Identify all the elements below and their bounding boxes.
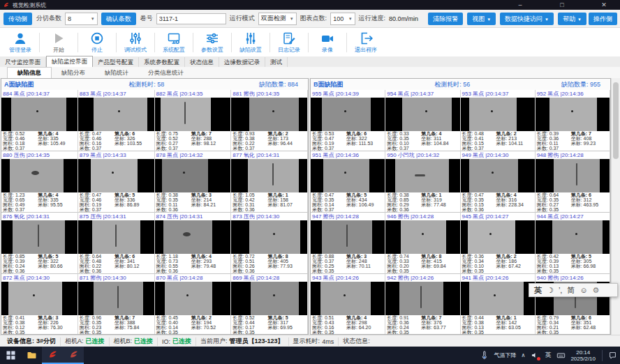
defect-cell[interactable]: 944 黑点 |20:14:27长度: 0.42宽度: 0.39面积: 0.13…	[536, 213, 610, 274]
file-explorer-button[interactable]	[21, 347, 42, 364]
volume-icon[interactable]	[530, 351, 540, 361]
defect-cell[interactable]: 948 擦伤 |20:14:28长度: 0.64宽度: 0.35面积: 0.27…	[536, 151, 610, 213]
defect-cell[interactable]: 941 黑点 |20:14:26长度: 0.44宽度: 0.38面积: 0.13…	[461, 274, 536, 334]
ime-simplified-toggle[interactable]: 简	[567, 285, 575, 296]
main-tab[interactable]: 尺寸监控界面	[0, 57, 46, 67]
sub-tab[interactable]: 分类信息统计	[138, 68, 193, 78]
ime-lang-toggle[interactable]: 英	[534, 285, 542, 296]
defect-cell[interactable]: 877 氧化 |20:14:31长度: 1.05宽度: 0.42面积: 0.31…	[231, 151, 308, 213]
defect-cell[interactable]: 950 小凹坑 |20:14:32长度: 0.38宽度: 0.85面积: 0.2…	[385, 151, 460, 213]
defect-cell[interactable]: 953 黑点 |20:14:37长度: 0.48宽度: 0.41面积: 0.15…	[461, 90, 536, 151]
operate-side-button[interactable]: 操作侧	[589, 13, 617, 25]
defect-cell[interactable]: 884 黑点 |20:14:37长度: 0.52宽度: 0.46面积: 0.18…	[1, 90, 78, 151]
toolbar-button-stop[interactable]: 停止	[80, 29, 115, 56]
defect-cell[interactable]: 876 氧化 |20:14:31长度: 0.85宽度: 0.39面积: 0.24…	[1, 213, 78, 274]
app-taskbar-button-1[interactable]	[42, 347, 63, 364]
device-info-label: 设备信息:	[7, 337, 34, 346]
clock[interactable]: 20:14 2025/2/10	[570, 349, 596, 362]
defect-metrics-left: 长度: 0.36宽度: 0.34面积: 0.10米数: 0.35	[462, 255, 496, 273]
chart-points-select[interactable]: 100 ▼	[330, 13, 355, 25]
defect-cell[interactable]: 874 压伤 |20:14:31长度: 1.18宽度: 0.73面积: 0.55…	[155, 213, 232, 274]
defect-cell[interactable]: 878 黑点 |20:14:32长度: 0.38宽度: 0.35面积: 0.11…	[155, 151, 232, 213]
defect-cell[interactable]: 883 黑点 |20:14:37长度: 0.47宽度: 0.46面积: 0.16…	[78, 90, 155, 151]
main-tab[interactable]: 缺陷监控界面	[46, 56, 93, 68]
scrollbar-thumb[interactable]	[613, 82, 619, 159]
ime-fullhalf-icon[interactable]: ☽	[547, 286, 554, 295]
run-mode-select[interactable]: 双面检测 ▼	[258, 13, 297, 25]
main-tab[interactable]: 边缘数据记录	[219, 57, 265, 67]
main-tab[interactable]: 系统参数配置	[139, 57, 185, 67]
main-tab[interactable]: 产品型号配置	[93, 57, 139, 67]
defect-cell[interactable]: 955 黑点 |20:14:39长度: 0.53宽度: 0.47面积: 0.19…	[311, 90, 385, 151]
defect-cell[interactable]: 943 黑点 |20:14:26长度: 0.51宽度: 0.43面积: 0.16…	[311, 274, 385, 334]
defect-cell[interactable]: 869 黑点 |20:14:28长度: 0.52宽度: 0.44面积: 0.17…	[231, 274, 308, 334]
split-count-select[interactable]: 8 ▼	[65, 13, 98, 25]
roll-number-input[interactable]	[156, 13, 226, 24]
metric-line: 米数: 0.35	[537, 331, 571, 334]
defect-cell[interactable]: 880 压伤 |20:14:35长度: 1.23宽度: 0.65面积: 0.49…	[1, 151, 78, 213]
main-tab[interactable]: 状态信息	[185, 57, 219, 67]
defect-cell[interactable]: 872 黑点 |20:14:30长度: 0.41宽度: 0.38面积: 0.12…	[1, 274, 78, 334]
close-button[interactable]: ✕	[595, 0, 613, 10]
metric-line: 米数: 0.36	[232, 269, 267, 274]
camera-b-label: 相机B:	[114, 337, 133, 346]
input-language-indicator[interactable]: 英	[545, 351, 551, 360]
defect-mark	[38, 225, 39, 248]
chevron-down-icon: ▼	[487, 17, 491, 22]
thermometer-icon[interactable]	[480, 351, 489, 361]
maximize-button[interactable]: □	[553, 0, 571, 10]
defect-cell[interactable]: 954 黑点 |20:14:37长度: 0.33宽度: 0.35面积: 0.10…	[385, 90, 460, 151]
defect-cell[interactable]: 949 黑点 |20:14:30长度: 0.47宽度: 0.35面积: 0.15…	[461, 151, 536, 213]
toolbar-button-play[interactable]: 开始	[41, 29, 76, 56]
toolbar-button-tune[interactable]: 调试模式	[118, 29, 153, 56]
toolbar-button-defectset[interactable]: 缺陷设置	[233, 29, 268, 56]
toolbar-button-params[interactable]: 参数设置	[195, 29, 230, 56]
ime-settings-gear-icon[interactable]: ⚙	[593, 286, 600, 295]
metric-line: 米数: 0.35	[3, 331, 38, 334]
defect-cell[interactable]: 873 压伤 |20:14:30长度: 0.72宽度: 0.51面积: 0.26…	[231, 213, 308, 274]
defect-cell[interactable]: 942 擦伤 |20:14:26长度: 0.91宽度: 0.36面积: 0.24…	[385, 274, 460, 334]
defect-cell-label: 876 氧化 |20:14:31	[1, 213, 78, 220]
metric-line: 米标: 69.95	[267, 326, 307, 331]
defect-cell-label: 883 黑点 |20:14:37	[78, 90, 154, 98]
defect-cell[interactable]: 952 黑点 |20:14:36长度: 0.39宽度: 0.36面积: 0.11…	[536, 90, 610, 151]
app-taskbar-button-2[interactable]	[63, 347, 84, 364]
main-tab[interactable]: 测试	[265, 57, 288, 67]
toolbar-button-monitor[interactable]: 系统配置	[156, 29, 191, 56]
defect-cell[interactable]: 945 黑点 |20:14:27长度: 0.36宽度: 0.34面积: 0.10…	[461, 213, 536, 274]
defect-mark	[420, 286, 422, 309]
defect-info: 长度: 0.45宽度: 0.40面积: 0.14米数: 0.35第几条: 2坐标…	[155, 315, 231, 334]
clear-alarm-button[interactable]: 清除报警	[428, 13, 463, 25]
touch-keyboard-icon[interactable]	[556, 351, 566, 361]
help-menu-button[interactable]: 帮助▼	[558, 13, 586, 25]
notification-center-icon[interactable]	[607, 351, 617, 361]
ime-punct-icon[interactable]: ’,	[559, 286, 563, 294]
toolbar-button-user[interactable]: 管理登录	[3, 29, 38, 56]
window-title: 视觉检测系统	[13, 1, 46, 9]
toolbar-button-exit[interactable]: 退出程序	[348, 29, 383, 56]
start-button[interactable]	[0, 347, 21, 364]
defect-cell[interactable]: 882 黑点 |20:14:35长度: 0.75宽度: 0.52面积: 0.27…	[155, 90, 232, 151]
weather-text[interactable]: 气温下降	[494, 351, 517, 359]
drive-side-button[interactable]: 传动侧	[3, 13, 32, 25]
defect-cell[interactable]: 879 黑点 |20:14:33长度: 0.47宽度: 0.46面积: 0.19…	[78, 151, 155, 213]
defect-cell[interactable]: 951 黑点 |20:14:36长度: 0.47宽度: 0.35面积: 0.14…	[311, 151, 385, 213]
confirm-count-button[interactable]: 确认条数	[101, 13, 136, 25]
toolbar-button-camera[interactable]: 录像	[310, 29, 345, 56]
view-menu-button[interactable]: 视图▼	[467, 13, 496, 25]
sub-tab[interactable]: 缺陷分布	[52, 68, 95, 78]
defect-cell[interactable]: 881 擦伤 |20:14:35长度: 0.93宽度: 0.38面积: 0.22…	[231, 90, 308, 151]
defect-cell[interactable]: 875 压伤 |20:14:31长度: 0.64宽度: 0.48面积: 0.22…	[78, 213, 155, 274]
defect-cell[interactable]: 871 擦伤 |20:14:30长度: 0.96宽度: 0.35面积: 0.23…	[78, 274, 155, 334]
sub-tab[interactable]: 缺陷信息	[7, 67, 52, 78]
toolbar-button-log[interactable]: 日志记录	[272, 29, 307, 56]
ime-emoji-icon[interactable]: ☺	[580, 286, 587, 294]
defect-cell[interactable]: 946 擦伤 |20:14:28长度: 0.74宽度: 0.33面积: 0.20…	[385, 213, 460, 274]
defect-cell[interactable]: 947 擦伤 |20:14:28长度: 0.88宽度: 0.37面积: 0.25…	[311, 213, 385, 274]
minimize-button[interactable]: –	[511, 0, 529, 10]
tray-expand-chevron[interactable]: ∧	[522, 352, 526, 358]
defect-cell[interactable]: 870 黑点 |20:14:28长度: 0.45宽度: 0.40面积: 0.14…	[155, 274, 232, 334]
data-access-menu-button[interactable]: 数据快捷访问▼	[500, 13, 554, 25]
sub-tab[interactable]: 缺陷统计	[95, 68, 138, 78]
defect-metrics-right: 第几条: 5坐标: 322米标: 80.66	[38, 255, 78, 273]
